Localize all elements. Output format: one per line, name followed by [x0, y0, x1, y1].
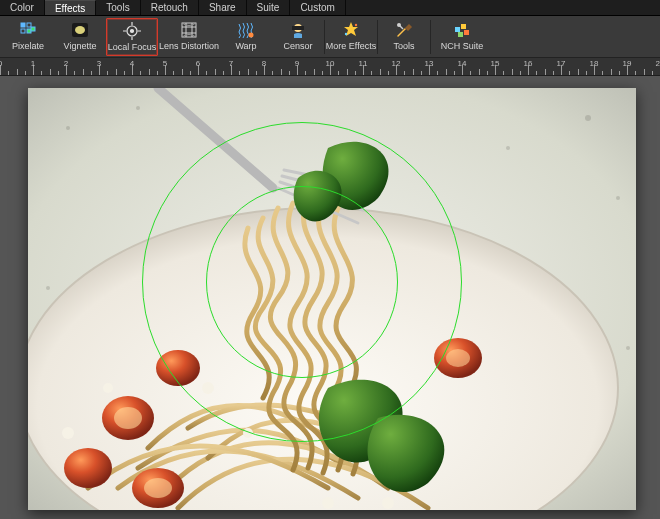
svg-point-44 — [382, 497, 394, 509]
warp-icon — [236, 20, 256, 40]
ruler-label: 1 — [31, 59, 35, 68]
horizontal-ruler: 01234567891011121314151617181920 — [0, 58, 660, 76]
workspace — [0, 76, 660, 519]
nch-suite-icon — [452, 20, 472, 40]
local-focus-label: Local Focus — [108, 42, 157, 52]
ruler-label: 8 — [262, 59, 266, 68]
warp-label: Warp — [235, 41, 256, 51]
svg-point-33 — [114, 407, 142, 429]
svg-point-10 — [249, 33, 254, 38]
ruler-label: 15 — [491, 59, 500, 68]
menubar: Color Effects Tools Retouch Share Suite … — [0, 0, 660, 16]
svg-point-37 — [144, 478, 172, 498]
svg-point-35 — [64, 448, 112, 488]
image-canvas[interactable] — [28, 88, 636, 510]
vignette-label: Vignette — [64, 41, 97, 51]
tab-retouch[interactable]: Retouch — [141, 0, 199, 15]
nch-suite-button[interactable]: NCH Suite — [431, 18, 493, 56]
svg-rect-17 — [461, 24, 466, 29]
tab-custom[interactable]: Custom — [290, 0, 345, 15]
vignette-icon — [70, 20, 90, 40]
ruler-label: 0 — [0, 59, 2, 68]
svg-rect-16 — [455, 27, 460, 32]
svg-point-8 — [131, 30, 134, 33]
local-focus-button[interactable]: Local Focus — [106, 18, 158, 56]
svg-point-15 — [397, 23, 401, 27]
ruler-label: 3 — [97, 59, 101, 68]
svg-point-13 — [355, 24, 357, 26]
svg-point-14 — [345, 33, 347, 35]
ruler-label: 7 — [229, 59, 233, 68]
tools-button[interactable]: Tools — [378, 18, 430, 56]
censor-icon — [288, 20, 308, 40]
tab-suite[interactable]: Suite — [247, 0, 291, 15]
more-effects-button[interactable]: More Effects — [325, 18, 377, 56]
vignette-button[interactable]: Vignette — [54, 18, 106, 56]
svg-point-6 — [75, 26, 85, 34]
ruler-label: 12 — [392, 59, 401, 68]
pixelate-label: Pixelate — [12, 41, 44, 51]
tools-label: Tools — [393, 41, 414, 51]
svg-rect-19 — [458, 32, 463, 37]
ruler-label: 5 — [163, 59, 167, 68]
tab-tools[interactable]: Tools — [96, 0, 140, 15]
svg-rect-12 — [292, 26, 304, 30]
svg-point-22 — [585, 115, 591, 121]
ruler-label: 10 — [326, 59, 335, 68]
photo-placeholder — [28, 88, 636, 510]
ruler-label: 9 — [295, 59, 299, 68]
ruler-label: 4 — [130, 59, 134, 68]
tab-share[interactable]: Share — [199, 0, 247, 15]
warp-button[interactable]: Warp — [220, 18, 272, 56]
effects-toolbar: Pixelate Vignette Local Focus Lens Disto… — [0, 16, 660, 58]
more-effects-icon — [341, 20, 361, 40]
lens-distortion-button[interactable]: Lens Distortion — [158, 18, 220, 56]
svg-point-39 — [446, 349, 470, 367]
ruler-label: 17 — [557, 59, 566, 68]
ruler-label: 11 — [359, 59, 368, 68]
svg-rect-1 — [27, 23, 31, 27]
ruler-label: 19 — [623, 59, 632, 68]
svg-point-43 — [62, 427, 74, 439]
svg-point-28 — [506, 146, 510, 150]
ruler-label: 16 — [524, 59, 533, 68]
ruler-label: 14 — [458, 59, 467, 68]
ruler-label: 2 — [64, 59, 68, 68]
ruler-label: 20 — [656, 59, 660, 68]
censor-button[interactable]: Censor — [272, 18, 324, 56]
tab-color[interactable]: Color — [0, 0, 45, 15]
svg-point-42 — [103, 383, 113, 393]
svg-point-24 — [46, 286, 50, 290]
ruler-label: 18 — [590, 59, 599, 68]
svg-point-25 — [626, 346, 630, 350]
svg-point-21 — [66, 126, 70, 130]
local-focus-icon — [122, 21, 142, 41]
svg-rect-0 — [21, 23, 25, 27]
nch-suite-label: NCH Suite — [441, 41, 484, 51]
svg-rect-18 — [464, 30, 469, 35]
censor-label: Censor — [283, 41, 312, 51]
svg-rect-4 — [31, 27, 35, 31]
lens-distortion-icon — [179, 20, 199, 40]
svg-point-29 — [136, 106, 140, 110]
svg-point-40 — [202, 382, 214, 394]
svg-point-41 — [243, 428, 253, 438]
pixelate-icon — [18, 20, 38, 40]
lens-distortion-label: Lens Distortion — [159, 41, 219, 51]
svg-point-45 — [322, 497, 334, 509]
svg-point-34 — [156, 350, 200, 386]
svg-point-23 — [616, 196, 620, 200]
tab-effects[interactable]: Effects — [45, 0, 96, 15]
svg-rect-3 — [27, 29, 31, 33]
ruler-label: 13 — [425, 59, 434, 68]
pixelate-button[interactable]: Pixelate — [2, 18, 54, 56]
tools-icon — [394, 20, 414, 40]
more-effects-label: More Effects — [326, 41, 376, 51]
ruler-label: 6 — [196, 59, 200, 68]
svg-rect-2 — [21, 29, 25, 33]
